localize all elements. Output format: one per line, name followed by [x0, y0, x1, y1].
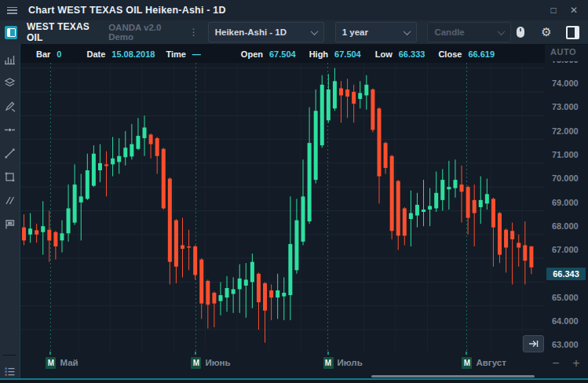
settings-gear-icon[interactable]: ⚙ [537, 23, 556, 42]
range-value: 1 year [342, 27, 368, 37]
price-axis[interactable]: 75.00074.00073.00072.00071.00070.00069.0… [546, 61, 588, 350]
candle-body [263, 283, 267, 311]
candle-body [396, 181, 400, 236]
horizontal-line-tool-icon[interactable] [0, 119, 20, 140]
candle-body [199, 260, 203, 304]
annotation-tool-icon[interactable] [0, 213, 20, 234]
candle-body [466, 187, 470, 217]
month-tick [195, 352, 196, 355]
range-dropdown[interactable]: 1 year [335, 22, 418, 42]
broker-account-label: OANDA v2.0 Demo [108, 23, 184, 42]
candle-body [453, 180, 457, 188]
time-axis: ММайМИюньМИюльМАвгуст [20, 352, 545, 374]
candle-body [28, 228, 32, 235]
candle-body [327, 89, 331, 120]
close-button[interactable]: ✕ [566, 3, 582, 17]
open-value: 67.504 [269, 49, 296, 59]
trend-line-tool-icon[interactable] [0, 143, 20, 163]
price-axis-label: 75.000 [552, 61, 588, 66]
candle-body [339, 88, 343, 95]
chart-panel-logo-icon[interactable] [5, 26, 17, 39]
candle-body [168, 179, 172, 262]
candle-body [218, 295, 222, 301]
candle-body [345, 89, 349, 97]
candle-body [117, 156, 121, 162]
price-axis-label: 74.000 [552, 78, 588, 89]
toolbar: WEST TEXAS OIL OANDA v2.0 Demo ⋮ Heiken-… [0, 20, 588, 45]
candle-body [288, 244, 292, 295]
layers-tool-icon[interactable] [0, 72, 20, 93]
title-bar: Chart WEST TEXAS OIL Heiken-Ashi - 1D □ … [0, 0, 588, 21]
candle-body [403, 208, 407, 235]
symbol-name: WEST TEXAS OIL [27, 21, 104, 43]
candle-body [206, 281, 210, 305]
price-axis-label: 64.000 [552, 316, 588, 327]
chevron-down-icon [498, 27, 506, 35]
candle-body [523, 245, 527, 261]
candle-body [479, 200, 483, 207]
panel-layout-toggle-icon[interactable] [563, 23, 582, 42]
candle-body [320, 85, 324, 145]
candle-body [60, 233, 64, 240]
zoom-in-button[interactable]: + [568, 356, 584, 371]
month-tick [327, 352, 329, 355]
candle-body [314, 111, 318, 180]
month-badge: М [462, 357, 472, 369]
candle-body [193, 246, 197, 275]
hamburger-menu-icon[interactable] [7, 7, 17, 14]
parallel-lines-tool-icon[interactable] [0, 190, 20, 210]
candle-body [308, 143, 312, 221]
candle-body [86, 170, 89, 199]
time-value: — [192, 49, 201, 59]
draw-tool-icon[interactable] [0, 96, 20, 116]
candle-body [473, 200, 477, 213]
candle-body [301, 196, 305, 242]
month-badge: М [46, 357, 56, 369]
chart-mode-dropdown[interactable]: Heiken-Ashi - 1D [208, 22, 324, 42]
ohlc-info-bar: Bar0 Date15.08.2018 Time— Open67.504 Hig… [20, 45, 545, 63]
candle-body [162, 149, 166, 209]
month-badge: М [191, 357, 201, 369]
candle-body [333, 81, 337, 108]
close-label: Close [438, 49, 462, 59]
candlestick-chart[interactable] [20, 63, 545, 352]
low-label: Low [375, 49, 393, 59]
candle-body [174, 221, 178, 267]
candle-body [510, 231, 514, 239]
rectangle-tool-icon[interactable] [0, 166, 20, 187]
symbol-menu-dots-icon[interactable]: ⋮ [188, 27, 200, 38]
panel-accent-border [20, 44, 20, 379]
candle-style-value: Candle [434, 27, 464, 37]
candle-body [364, 85, 368, 96]
price-axis-label: 63.000 [552, 340, 588, 350]
candle-body [244, 279, 248, 286]
candle-body [22, 228, 26, 241]
candle-body [232, 289, 236, 294]
candle-style-dropdown[interactable]: Candle [427, 22, 511, 42]
low-value: 66.333 [399, 49, 425, 59]
chevron-down-icon [310, 27, 318, 35]
zoom-out-button[interactable]: − [548, 356, 564, 371]
stats-tool-icon[interactable] [0, 49, 20, 69]
time-label: Time [166, 49, 185, 59]
maximize-button[interactable]: □ [546, 3, 561, 17]
candle-body [422, 210, 425, 212]
horizontal-scrollbar-thumb[interactable] [371, 375, 535, 378]
candle-body [143, 127, 147, 138]
candle-body [225, 288, 229, 297]
go-to-end-button[interactable] [523, 335, 544, 352]
candle-body [35, 230, 38, 234]
bar-value: 0 [57, 49, 61, 59]
candle-body [377, 108, 381, 176]
candle-body [73, 184, 77, 222]
candle-body [358, 93, 362, 100]
candle-body [529, 246, 533, 268]
mouse-mode-button[interactable] [511, 23, 530, 42]
price-axis-label: 73.000 [552, 102, 588, 113]
candle-body [269, 290, 273, 297]
open-label: Open [241, 49, 263, 59]
candle-body [282, 293, 286, 297]
date-label: Date [86, 49, 105, 59]
drawing-tools-sidebar [0, 44, 20, 380]
date-value: 15.08.2018 [111, 49, 155, 59]
